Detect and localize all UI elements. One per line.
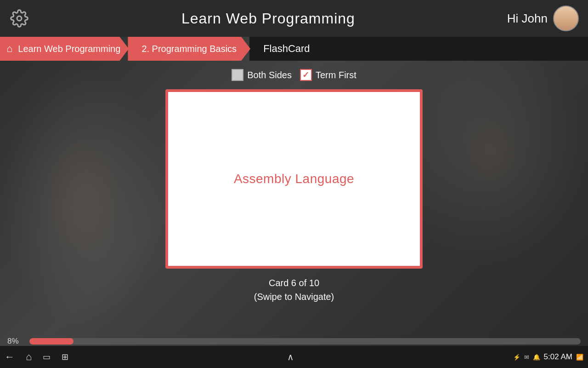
progress-fill: [29, 338, 74, 345]
nav-flashcard[interactable]: FlashCard: [249, 37, 588, 61]
sys-center: ∧: [287, 351, 294, 362]
nav-home[interactable]: ⌂ Learn Web Programming: [0, 37, 129, 61]
nav-section[interactable]: 2. Programming Basics: [128, 37, 250, 61]
system-bar: ← ⌂ ▭ ⊞ ∧ ⚡ ✉ 🔔 5:02 AM 📶: [0, 346, 588, 368]
header-right: Hi John: [507, 6, 579, 31]
term-first-option: Term First: [300, 69, 356, 81]
up-chevron-icon[interactable]: ∧: [287, 351, 294, 362]
wifi-icon: 📶: [576, 354, 583, 361]
settings-button[interactable]: [9, 8, 29, 29]
home-button[interactable]: ⌂: [26, 351, 32, 363]
flashcard-inner: Assembly Language: [168, 92, 420, 266]
usb-icon: ⚡: [513, 354, 520, 361]
recent-apps-button[interactable]: ▭: [43, 352, 51, 362]
both-sides-label: Both Sides: [247, 70, 292, 80]
back-button[interactable]: ←: [5, 351, 15, 363]
sys-left: ← ⌂ ▭ ⊞: [5, 351, 68, 363]
sys-right: ⚡ ✉ 🔔 5:02 AM 📶: [513, 352, 583, 362]
nav-home-label: Learn Web Programming: [18, 44, 120, 54]
user-greeting: Hi John: [507, 12, 548, 26]
progress-label: 8%: [7, 337, 24, 346]
card-info-line1: Card 6 of 10: [254, 276, 334, 290]
both-sides-checkbox[interactable]: [232, 69, 243, 81]
card-info: Card 6 of 10 (Swipe to Navigate): [254, 276, 334, 304]
nav-flashcard-label: FlashCard: [263, 43, 310, 55]
mail-icon: ✉: [524, 354, 529, 361]
term-first-label: Term First: [316, 70, 356, 80]
progress-track: [29, 338, 581, 345]
screenshot-button[interactable]: ⊞: [62, 352, 68, 362]
notification-icon: 🔔: [533, 354, 540, 361]
app-title: Learn Web Programming: [181, 10, 355, 27]
card-info-line2: (Swipe to Navigate): [254, 290, 334, 304]
options-row: Both Sides Term First: [232, 69, 356, 81]
svg-point-0: [17, 16, 22, 21]
breadcrumb-nav: ⌂ Learn Web Programming 2. Programming B…: [0, 37, 588, 61]
flashcard-content: Assembly Language: [234, 172, 354, 186]
nav-section-label: 2. Programming Basics: [141, 44, 237, 54]
system-time: 5:02 AM: [544, 352, 572, 362]
avatar: [553, 6, 579, 31]
term-first-checkbox[interactable]: [300, 69, 312, 81]
app-header: Learn Web Programming Hi John: [0, 0, 588, 37]
flashcard[interactable]: Assembly Language: [165, 89, 423, 269]
progress-area: 8%: [0, 337, 588, 346]
home-icon: ⌂: [6, 43, 12, 55]
main-content: Both Sides Term First Assembly Language …: [0, 61, 588, 304]
avatar-image: [554, 6, 578, 30]
both-sides-option: Both Sides: [232, 69, 292, 81]
